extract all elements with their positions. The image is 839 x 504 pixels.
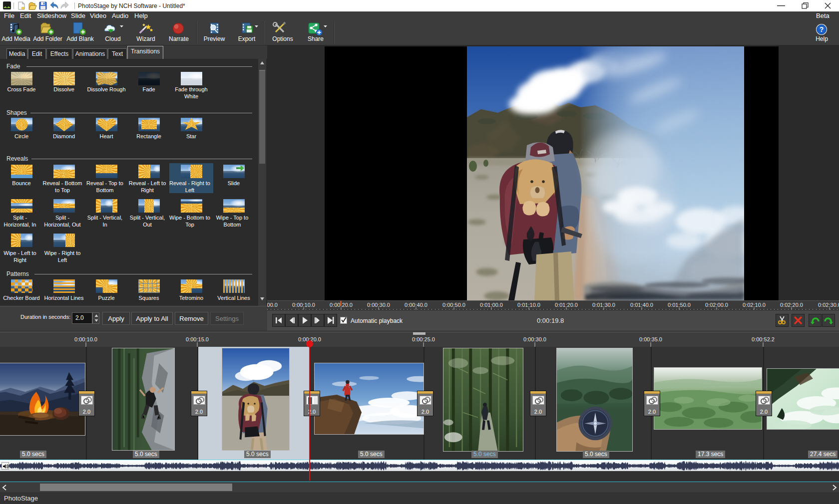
svg-text:0:02:10.0: 0:02:10.0 bbox=[743, 302, 766, 308]
svg-text:0:00:50.0: 0:00:50.0 bbox=[442, 302, 465, 308]
svg-text:0:02:00.0: 0:02:00.0 bbox=[705, 302, 728, 308]
svg-text:0:01:50.0: 0:01:50.0 bbox=[668, 302, 691, 308]
svg-text:0:00:30.0: 0:00:30.0 bbox=[367, 302, 390, 308]
svg-text:0:00:00.0: 0:00:00.0 bbox=[267, 302, 278, 308]
svg-text:0:00:30.0: 0:00:30.0 bbox=[523, 336, 546, 342]
svg-text:0:02:20.0: 0:02:20.0 bbox=[780, 302, 803, 308]
svg-text:0:01:10.0: 0:01:10.0 bbox=[517, 302, 540, 308]
svg-text:0:00:40.0: 0:00:40.0 bbox=[405, 302, 427, 308]
svg-text:0:01:00.0: 0:01:00.0 bbox=[480, 302, 503, 308]
svg-text:0:00:25.0: 0:00:25.0 bbox=[412, 336, 435, 342]
svg-text:0:00:35.0: 0:00:35.0 bbox=[639, 336, 662, 342]
svg-text:0:02:30.0: 0:02:30.0 bbox=[818, 302, 839, 308]
svg-text:0:00:52.2: 0:00:52.2 bbox=[752, 336, 775, 342]
svg-text:0:01:30.0: 0:01:30.0 bbox=[592, 302, 615, 308]
svg-text:0:00:10.0: 0:00:10.0 bbox=[74, 336, 97, 342]
svg-text:0:00:15.0: 0:00:15.0 bbox=[186, 336, 209, 342]
svg-text:0:00:10.0: 0:00:10.0 bbox=[292, 302, 315, 308]
svg-text:0:01:40.0: 0:01:40.0 bbox=[630, 302, 653, 308]
svg-text:0:01:20.0: 0:01:20.0 bbox=[555, 302, 578, 308]
svg-text:?: ? bbox=[820, 25, 824, 33]
